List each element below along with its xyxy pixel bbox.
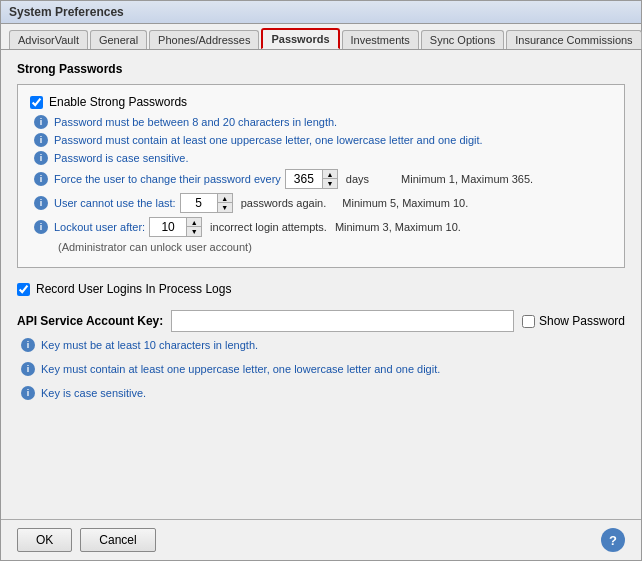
footer-buttons: OK Cancel bbox=[17, 528, 156, 552]
cannot-use-up-btn[interactable]: ▲ bbox=[218, 194, 232, 203]
tab-phones-addresses[interactable]: Phones/Addresses bbox=[149, 30, 259, 49]
rule-2-text: Password must contain at least one upper… bbox=[54, 134, 483, 146]
force-change-down-btn[interactable]: ▼ bbox=[323, 179, 337, 188]
rule-1-row: i Password must be between 8 and 20 char… bbox=[30, 115, 612, 129]
force-change-up-btn[interactable]: ▲ bbox=[323, 170, 337, 179]
force-change-spinner[interactable]: ▲ ▼ bbox=[285, 169, 338, 189]
force-change-spinner-buttons: ▲ ▼ bbox=[322, 170, 337, 188]
cannot-use-spinner[interactable]: ▲ ▼ bbox=[180, 193, 233, 213]
key-rule-3-text: Key is case sensitive. bbox=[41, 387, 146, 399]
strong-passwords-box: Enable Strong Passwords i Password must … bbox=[17, 84, 625, 268]
lockout-sub-note: (Administrator can unlock user account) bbox=[30, 241, 612, 253]
force-change-input[interactable] bbox=[286, 171, 322, 187]
lockout-prefix: Lockout user after: bbox=[54, 221, 145, 233]
cannot-use-spinner-buttons: ▲ ▼ bbox=[217, 194, 232, 212]
strong-passwords-title: Strong Passwords bbox=[17, 62, 625, 76]
tabs-bar: AdvisorVault General Phones/Addresses Pa… bbox=[1, 24, 641, 50]
show-password-wrap: Show Password bbox=[522, 314, 625, 328]
force-change-note: Minimum 1, Maximum 365. bbox=[401, 173, 533, 185]
lockout-suffix: incorrect login attempts. bbox=[210, 221, 327, 233]
record-logins-row: Record User Logins In Process Logs bbox=[17, 282, 625, 296]
info-icon-key-2: i bbox=[21, 362, 35, 376]
lockout-down-btn[interactable]: ▼ bbox=[187, 227, 201, 236]
tab-insurance-commissions[interactable]: Insurance Commissions bbox=[506, 30, 641, 49]
info-icon-3: i bbox=[34, 151, 48, 165]
tab-advisorvault[interactable]: AdvisorVault bbox=[9, 30, 88, 49]
key-rule-2-text: Key must contain at least one uppercase … bbox=[41, 363, 440, 375]
key-rule-1-text: Key must be at least 10 characters in le… bbox=[41, 339, 258, 351]
info-icon-key-3: i bbox=[21, 386, 35, 400]
enable-strong-passwords-row: Enable Strong Passwords bbox=[30, 95, 612, 109]
record-logins-checkbox[interactable] bbox=[17, 283, 30, 296]
info-icon-2: i bbox=[34, 133, 48, 147]
lockout-spinner[interactable]: ▲ ▼ bbox=[149, 217, 202, 237]
rule-3-row: i Password is case sensitive. bbox=[30, 151, 612, 165]
info-icon-1: i bbox=[34, 115, 48, 129]
rule-1-text: Password must be between 8 and 20 charac… bbox=[54, 116, 337, 128]
tab-investments[interactable]: Investments bbox=[342, 30, 419, 49]
key-rule-1-row: i Key must be at least 10 characters in … bbox=[17, 338, 625, 352]
record-logins-label: Record User Logins In Process Logs bbox=[36, 282, 231, 296]
key-rule-3-row: i Key is case sensitive. bbox=[17, 386, 625, 400]
lockout-up-btn[interactable]: ▲ bbox=[187, 218, 201, 227]
cancel-button[interactable]: Cancel bbox=[80, 528, 155, 552]
api-key-input[interactable] bbox=[171, 310, 514, 332]
key-rule-2-row: i Key must contain at least one uppercas… bbox=[17, 362, 625, 376]
tab-passwords[interactable]: Passwords bbox=[261, 28, 339, 49]
window-title: System Preferences bbox=[9, 5, 124, 19]
main-content: Strong Passwords Enable Strong Passwords… bbox=[1, 50, 641, 519]
show-password-label: Show Password bbox=[539, 314, 625, 328]
cannot-use-down-btn[interactable]: ▼ bbox=[218, 203, 232, 212]
lockout-note: Minimum 3, Maximum 10. bbox=[335, 221, 461, 233]
tab-sync-options[interactable]: Sync Options bbox=[421, 30, 504, 49]
system-preferences-window: System Preferences AdvisorVault General … bbox=[0, 0, 642, 561]
info-icon-key-1: i bbox=[21, 338, 35, 352]
ok-button[interactable]: OK bbox=[17, 528, 72, 552]
lockout-spinner-buttons: ▲ ▼ bbox=[186, 218, 201, 236]
api-label: API Service Account Key: bbox=[17, 314, 163, 328]
api-key-row: API Service Account Key: Show Password bbox=[17, 310, 625, 332]
cannot-use-prefix: User cannot use the last: bbox=[54, 197, 176, 209]
rule-3-text: Password is case sensitive. bbox=[54, 152, 189, 164]
footer: OK Cancel ? bbox=[1, 519, 641, 560]
cannot-use-row: i User cannot use the last: ▲ ▼ password… bbox=[30, 193, 612, 213]
help-button[interactable]: ? bbox=[601, 528, 625, 552]
enable-strong-passwords-label: Enable Strong Passwords bbox=[49, 95, 187, 109]
lockout-input[interactable] bbox=[150, 219, 186, 235]
api-section: API Service Account Key: Show Password i… bbox=[17, 310, 625, 404]
info-icon-force: i bbox=[34, 172, 48, 186]
title-bar: System Preferences bbox=[1, 1, 641, 24]
force-change-row: i Force the user to change their passwor… bbox=[30, 169, 612, 189]
force-change-prefix: Force the user to change their password … bbox=[54, 173, 281, 185]
enable-strong-passwords-checkbox[interactable] bbox=[30, 96, 43, 109]
show-password-checkbox[interactable] bbox=[522, 315, 535, 328]
cannot-use-input[interactable] bbox=[181, 195, 217, 211]
info-icon-lockout: i bbox=[34, 220, 48, 234]
tab-general[interactable]: General bbox=[90, 30, 147, 49]
info-icon-cannot: i bbox=[34, 196, 48, 210]
rule-2-row: i Password must contain at least one upp… bbox=[30, 133, 612, 147]
lockout-row: i Lockout user after: ▲ ▼ incorrect logi… bbox=[30, 217, 612, 237]
force-change-suffix: days bbox=[346, 173, 369, 185]
cannot-use-note: Minimum 5, Maximum 10. bbox=[342, 197, 468, 209]
cannot-use-suffix: passwords again. bbox=[241, 197, 327, 209]
